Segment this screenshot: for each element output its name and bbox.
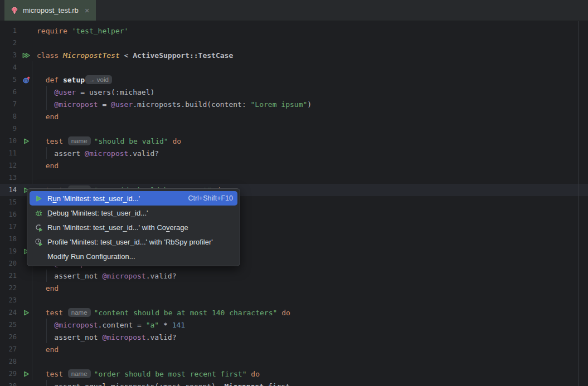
code-segment: assert_not	[37, 333, 102, 341]
code-segment: "order should be most recent first"	[94, 370, 247, 378]
code-segment: @micropost	[102, 272, 145, 280]
code-line[interactable]: 5 def setup→ void	[0, 74, 588, 86]
line-number: 5	[0, 76, 17, 84]
code-text: @micropost = @user.microposts.build(cont…	[37, 100, 312, 109]
line-number: 2	[0, 39, 17, 47]
menu-item-profile[interactable]: Profile 'Minitest: test_user_id...' with…	[30, 234, 237, 249]
code-text: test name"content should be at most 140 …	[37, 308, 290, 317]
line-number: 29	[0, 370, 17, 378]
line-number: 27	[0, 345, 17, 353]
code-line[interactable]: 10 test name"should be valid" do	[0, 135, 588, 147]
code-segment: assert	[37, 149, 85, 158]
menu-item-modify-run-config[interactable]: Modify Run Configuration...	[30, 249, 237, 263]
code-segment	[37, 309, 46, 317]
run-test-icon[interactable]	[20, 138, 32, 145]
code-line[interactable]: 3class MicropostTest < ActiveSupport::Te…	[0, 49, 588, 61]
code-segment: do	[251, 370, 260, 378]
code-line[interactable]: 26 assert_not @micropost.valid?	[0, 331, 588, 343]
code-segment: end	[46, 162, 59, 170]
code-segment: "should be valid"	[94, 137, 168, 145]
code-text: assert_equal microposts(:most_recent), M…	[37, 382, 290, 386]
code-segment: Micropost	[225, 382, 264, 386]
line-number: 11	[0, 149, 17, 157]
code-segment: @micropost	[54, 321, 98, 329]
menu-item-run-with-coverage[interactable]: Run 'Minitest: test_user_id...' with Cov…	[30, 220, 237, 234]
code-text: require 'test_helper'	[37, 27, 128, 35]
code-segment: .first	[264, 382, 290, 386]
code-line[interactable]: 4	[0, 61, 588, 74]
code-line[interactable]: 1require 'test_helper'	[0, 25, 588, 37]
code-segment: end	[46, 345, 59, 354]
inlay-hint-chip: name	[68, 369, 91, 378]
code-segment	[37, 370, 46, 378]
code-line[interactable]: 13	[0, 172, 588, 184]
code-segment: test	[46, 137, 67, 145]
code-segment: "content should be at most 140 character…	[94, 309, 278, 317]
code-line[interactable]: 24 test name"content should be at most 1…	[0, 306, 588, 319]
code-segment	[37, 76, 46, 84]
code-line[interactable]: 9	[0, 123, 588, 135]
code-segment: assert_not	[37, 272, 102, 280]
code-segment: test	[46, 370, 67, 378]
code-segment: assert_equal microposts(:most_recent),	[37, 382, 225, 386]
line-number: 13	[0, 174, 17, 182]
code-line[interactable]: 27 end	[0, 343, 588, 355]
run-test-icon[interactable]	[20, 309, 32, 316]
code-segment: ActiveSupport::TestCase	[133, 51, 233, 60]
line-number: 8	[0, 113, 17, 120]
run-test-icon[interactable]	[20, 370, 32, 378]
code-line[interactable]: 8 end	[0, 110, 588, 123]
menu-item-run[interactable]: Run 'Minitest: test_user_id...'Ctrl+Shif…	[30, 191, 237, 206]
code-line[interactable]: 28	[0, 355, 588, 368]
close-icon[interactable]: ×	[85, 6, 90, 14]
line-number: 26	[0, 333, 17, 341]
code-segment: 141	[172, 321, 185, 329]
code-segment	[37, 345, 46, 354]
code-text: end	[37, 113, 59, 121]
line-number: 15	[0, 198, 17, 206]
menu-item-no-icon	[34, 252, 43, 261]
code-segment: .valid?	[128, 149, 159, 158]
code-line[interactable]: 22 end	[0, 282, 588, 294]
tab-micropost-test[interactable]: micropost_test.rb ×	[4, 0, 96, 21]
run-all-tests-icon[interactable]	[20, 52, 32, 59]
code-segment	[37, 113, 46, 121]
code-segment: @micropost	[54, 100, 98, 109]
override-icon[interactable]	[20, 76, 32, 84]
code-line[interactable]: 23	[0, 294, 588, 306]
line-number: 22	[0, 284, 17, 292]
menu-item-label: Debug 'Minitest: test_user_id...'	[47, 209, 233, 217]
code-text: class MicropostTest < ActiveSupport::Tes…	[37, 51, 233, 60]
code-line[interactable]: 30 assert_equal microposts(:most_recent)…	[0, 380, 588, 386]
code-segment: .valid?	[146, 272, 177, 280]
code-line[interactable]: 7 @micropost = @user.microposts.build(co…	[0, 98, 588, 110]
code-line[interactable]: 21 assert_not @micropost.valid?	[0, 270, 588, 282]
code-text: @micropost.content = "a" * 141	[37, 321, 185, 329]
editor-tab-bar: micropost_test.rb ×	[0, 0, 588, 21]
line-number: 10	[0, 137, 17, 145]
line-number: 30	[0, 382, 17, 386]
code-segment: = users(:michael)	[76, 88, 154, 96]
inlay-hint-chip: name	[68, 136, 91, 145]
right-margin-guide	[578, 21, 579, 386]
line-number: 24	[0, 309, 17, 316]
code-segment: MicropostTest	[63, 51, 120, 60]
code-line[interactable]: 29 test name"order should be most recent…	[0, 368, 588, 380]
line-number: 17	[0, 223, 17, 231]
code-text: end	[37, 345, 59, 354]
code-line[interactable]: 6 @user = users(:michael)	[0, 86, 588, 98]
code-line[interactable]: 11 assert @micropost.valid?	[0, 147, 588, 159]
code-segment: do	[172, 137, 181, 145]
code-line[interactable]: 25 @micropost.content = "a" * 141	[0, 319, 588, 331]
line-number: 1	[0, 27, 17, 35]
menu-item-shortcut: Ctrl+Shift+F10	[188, 194, 233, 202]
code-segment: @user	[54, 88, 76, 96]
code-line[interactable]: 2	[0, 37, 588, 49]
code-segment: "Lorem ipsum"	[251, 100, 308, 109]
code-segment: .valid?	[146, 333, 177, 341]
line-number: 20	[0, 260, 17, 267]
menu-item-debug[interactable]: Debug 'Minitest: test_user_id...'	[30, 206, 237, 220]
line-number: 3	[0, 51, 17, 59]
code-segment: .content =	[98, 321, 146, 329]
code-line[interactable]: 12 end	[0, 159, 588, 172]
